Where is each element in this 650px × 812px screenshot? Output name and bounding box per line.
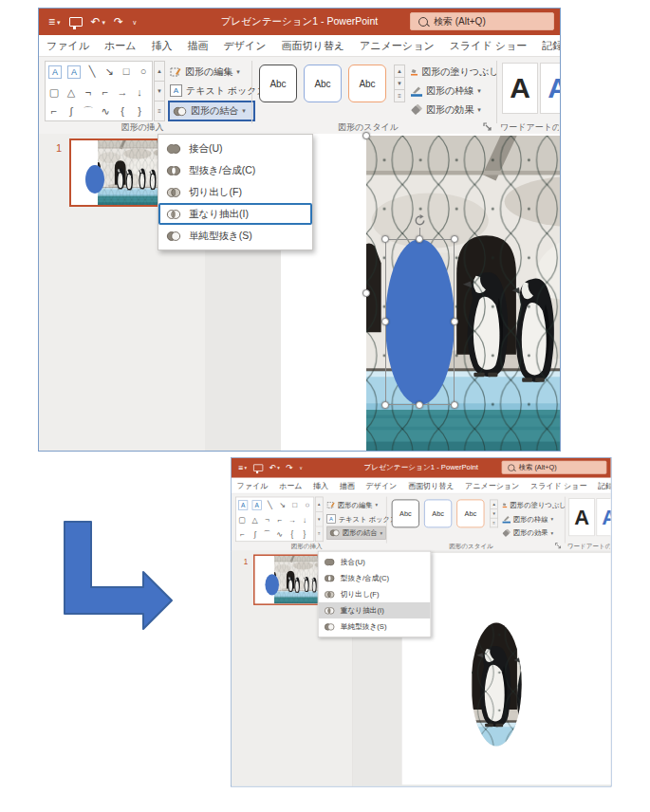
elbow-arrow-connector-icon[interactable]: ⌐ [273, 513, 286, 527]
ellipse-handle-left-middle[interactable] [381, 318, 389, 325]
dialog-launcher-icon[interactable] [483, 122, 492, 132]
right-arrow-shape-icon[interactable]: → [286, 513, 298, 527]
tab-design[interactable]: デザイン [216, 39, 274, 53]
tab-draw[interactable]: 描画 [180, 39, 216, 53]
menu-item-intersect[interactable]: 重なり抽出(I) [319, 602, 431, 618]
menu-item-combine[interactable]: 型抜き/合成(C) [319, 570, 431, 586]
tab-animations[interactable]: アニメーション [352, 39, 442, 53]
list-button[interactable]: ≡▾ [238, 464, 247, 472]
tab-record[interactable]: 記録 [592, 480, 610, 490]
shape-style-chip-3[interactable]: Abc [348, 65, 386, 102]
s-curve-shape-icon[interactable]: ∫ [63, 102, 80, 120]
search-input[interactable]: 検索 (Alt+Q) [410, 12, 554, 30]
tab-draw[interactable]: 描画 [334, 480, 361, 490]
tab-transitions[interactable]: 画面切り替え [402, 480, 459, 490]
shape-fill-button[interactable]: 図形の塗りつぶし▾ [502, 498, 571, 511]
ellipse-handle-top-left[interactable] [381, 235, 389, 243]
down-arrow-shape-icon[interactable]: ↓ [131, 83, 148, 102]
wordart-style-blue[interactable]: A [540, 63, 560, 114]
ellipse-shape-icon[interactable]: ○ [135, 62, 152, 81]
right-brace-shape-icon[interactable]: } [131, 102, 148, 120]
tab-design[interactable]: デザイン [361, 480, 402, 490]
menu-item-subtract[interactable]: 単純型抜き(S) [158, 225, 312, 247]
ellipse-handle-top-right[interactable] [451, 235, 458, 243]
shape-effects-button[interactable]: 図形の効果▾ [411, 101, 506, 119]
text-box-button[interactable]: A テキスト ボックス▾ [326, 512, 386, 526]
elbow-connector-icon[interactable]: ¬ [261, 513, 273, 527]
ellipse-shape-icon[interactable]: ○ [301, 497, 313, 511]
menu-item-fragment[interactable]: 切り出し(F) [319, 586, 431, 602]
shape-fill-button[interactable]: 図形の塗りつぶし▾ [411, 63, 506, 81]
textbox-shape-icon[interactable]: A [238, 500, 248, 509]
textbox-vertical-shape-icon[interactable]: A [252, 500, 262, 509]
tab-transitions[interactable]: 画面切り替え [274, 39, 353, 53]
undo-button[interactable]: ↶▾ [91, 16, 106, 28]
merge-shapes-button[interactable]: 図形の結合▾ [326, 526, 386, 540]
qat-customize-button[interactable]: ∨ [132, 19, 137, 26]
ellipse-handle-right-middle[interactable] [451, 318, 458, 325]
arrow-shape-icon[interactable]: ↘ [276, 497, 288, 511]
tab-file[interactable]: ファイル [232, 480, 273, 490]
slideshow-monitor-button[interactable] [253, 464, 263, 471]
list-button[interactable]: ≡▾ [48, 16, 61, 28]
tab-file[interactable]: ファイル [39, 39, 97, 53]
textbox-vertical-shape-icon[interactable]: A [67, 65, 81, 79]
shape-style-chip-2[interactable]: Abc [304, 65, 342, 102]
intersect-result-shape[interactable] [472, 622, 522, 746]
rectangle-shape-icon[interactable]: □ [118, 62, 135, 81]
wordart-style-blue[interactable]: A [596, 498, 610, 536]
search-input[interactable]: 検索 (Alt+Q) [502, 461, 607, 474]
elbow-arrow-connector-icon[interactable]: ⌐ [97, 83, 114, 102]
style-gallery-scroll[interactable]: ▲ ▼ ≡ [490, 500, 498, 528]
menu-item-union[interactable]: 接合(U) [319, 554, 431, 570]
redo-button[interactable]: ↷ [286, 464, 292, 472]
arc-shape-icon[interactable]: ⌒ [261, 526, 273, 541]
triangle-shape-icon[interactable]: △ [249, 513, 261, 527]
shape-style-chip-2[interactable]: Abc [424, 500, 452, 528]
ellipse-handle-top-middle[interactable] [416, 235, 423, 243]
ellipse-handle-bottom-right[interactable] [451, 401, 458, 409]
tab-home[interactable]: ホーム [273, 480, 307, 490]
corner-shape-icon[interactable]: ⌐ [46, 102, 63, 120]
shape-style-chip-1[interactable]: Abc [259, 65, 297, 102]
tab-home[interactable]: ホーム [97, 39, 144, 53]
rounded-rect-shape-icon[interactable]: ▢ [46, 83, 63, 102]
textbox-shape-icon[interactable]: A [48, 65, 62, 79]
photo-handle-top-left[interactable] [362, 132, 370, 139]
line-shape-icon[interactable]: ╲ [264, 497, 276, 511]
shape-style-chip-1[interactable]: Abc [392, 500, 419, 528]
left-brace-shape-icon[interactable]: { [114, 102, 131, 120]
wordart-style-black[interactable]: A [502, 63, 538, 114]
tab-slideshow[interactable]: スライド ショー [525, 480, 592, 490]
ellipse-handle-bottom-middle[interactable] [416, 401, 423, 409]
edit-shape-button[interactable]: 図形の編集▾ [170, 63, 251, 81]
menu-item-union[interactable]: 接合(U) [158, 138, 312, 159]
tab-slideshow[interactable]: スライド ショー [442, 39, 535, 53]
style-gallery-scroll[interactable]: ▲ ▼ ≡ [394, 65, 405, 102]
undo-button[interactable]: ↶▾ [269, 464, 279, 472]
rectangle-shape-icon[interactable]: □ [288, 497, 301, 511]
s-curve-shape-icon[interactable]: ∫ [249, 526, 261, 541]
curve-shape-icon[interactable]: ∿ [273, 526, 286, 541]
shape-outline-button[interactable]: 図形の枠線▾ [411, 82, 506, 100]
left-brace-shape-icon[interactable]: { [286, 526, 298, 541]
triangle-shape-icon[interactable]: △ [63, 83, 80, 102]
shape-gallery[interactable]: A A ╲ ↘ □ ○ ▢ △ ¬ ⌐ → ↓ ⌐ ∫ ⌒ ∿ { } [45, 61, 153, 121]
edit-shape-button[interactable]: 図形の編集▾ [326, 498, 386, 511]
arc-shape-icon[interactable]: ⌒ [80, 102, 97, 120]
tab-insert[interactable]: 挿入 [144, 39, 180, 53]
tab-insert[interactable]: 挿入 [307, 480, 334, 490]
wordart-style-black[interactable]: A [568, 498, 595, 536]
curve-shape-icon[interactable]: ∿ [97, 102, 114, 120]
qat-customize-button[interactable]: ∨ [299, 466, 303, 471]
menu-item-subtract[interactable]: 単純型抜き(S) [319, 618, 431, 635]
photo-handle-left-middle[interactable] [362, 289, 370, 297]
right-arrow-shape-icon[interactable]: → [114, 83, 131, 102]
corner-shape-icon[interactable]: ⌐ [236, 526, 249, 541]
dialog-launcher-icon[interactable] [555, 543, 562, 549]
shape-outline-button[interactable]: 図形の枠線▾ [502, 512, 571, 526]
menu-item-fragment[interactable]: 切り出し(F) [158, 181, 312, 203]
line-shape-icon[interactable]: ╲ [84, 62, 101, 81]
rotation-handle-icon[interactable] [413, 213, 427, 228]
arrow-shape-icon[interactable]: ↘ [101, 62, 118, 81]
